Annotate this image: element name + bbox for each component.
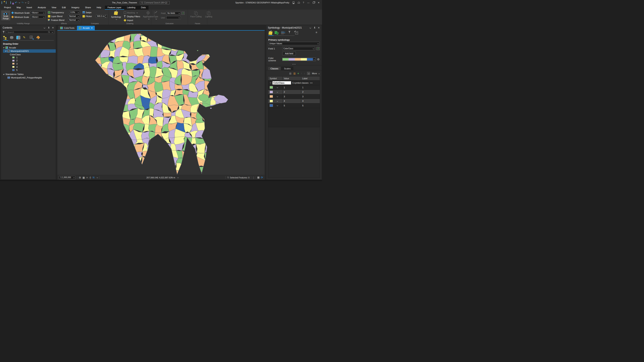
panel-menu-chevron-icon[interactable] xyxy=(43,26,46,29)
filter-icon[interactable] xyxy=(2,31,5,33)
show-all-icon[interactable]: ▤ xyxy=(289,72,292,75)
panel-splitter[interactable] xyxy=(56,25,57,180)
add-field-button[interactable]: Add field xyxy=(282,52,296,55)
panel-menu-chevron-icon[interactable] xyxy=(309,26,312,29)
group-options-icon[interactable]: ••• xyxy=(310,82,313,84)
close-icon[interactable]: ✕ xyxy=(318,26,320,29)
ribbon-tab-help[interactable]: Help xyxy=(94,6,104,10)
expand-collapse-icon[interactable] xyxy=(5,50,6,52)
standalone-table-item[interactable]: MunicipalUnit2_PolygonNeighb xyxy=(6,76,56,79)
symbol-swatch[interactable] xyxy=(270,86,273,89)
new-project-icon[interactable]: ✱ xyxy=(2,1,5,4)
class-value-cell[interactable]: 5 xyxy=(282,103,301,108)
vary-symbology-tab-icon[interactable] xyxy=(275,31,279,34)
add-value-icon[interactable]: + xyxy=(298,72,299,75)
face-culling-button[interactable]: Face Culling xyxy=(189,10,203,22)
list-by-drawing-order-tab[interactable] xyxy=(3,36,7,39)
column-label[interactable]: Label xyxy=(301,76,315,80)
list-by-data-source-tab[interactable] xyxy=(10,36,14,39)
transparency-combo[interactable]: 0.0% xyxy=(70,11,80,14)
legend-item[interactable]: 1 xyxy=(12,56,56,59)
ribbon-tab-feature-layer[interactable]: Feature Layer xyxy=(105,6,124,10)
legend-item[interactable]: 2 xyxy=(12,59,56,62)
expression-builder-button[interactable]: X xyxy=(316,47,320,50)
command-search-input[interactable]: Command Search (Alt+Q) xyxy=(140,1,170,4)
legend-item[interactable]: 5 xyxy=(12,68,56,72)
extrusion-type-button[interactable]: Type xyxy=(152,10,160,22)
scale-range-button[interactable]: ↔ Scale Range xyxy=(1,10,10,20)
selected-features-status[interactable]: Selected Features: 0 xyxy=(227,176,250,179)
ribbon-tab-analysis[interactable]: Analysis xyxy=(35,6,49,10)
lighting-button[interactable]: Lighting xyxy=(204,10,214,22)
symbol-dropdown-chevron-icon[interactable] xyxy=(277,87,278,88)
ribbon-tab-map[interactable]: Map xyxy=(14,6,24,10)
import-label[interactable]: Import xyxy=(127,19,133,21)
collapse-group-icon[interactable] xyxy=(270,82,271,83)
map-scale-combo[interactable] xyxy=(59,176,76,179)
compass-north-icon[interactable]: N xyxy=(93,176,94,179)
symbol-dropdown-chevron-icon[interactable] xyxy=(277,91,278,92)
list-by-selection-tab[interactable] xyxy=(30,36,34,39)
panel-section-splitter[interactable] xyxy=(266,63,322,65)
undo-dropdown-chevron-icon[interactable] xyxy=(19,2,20,3)
symbol-class-row[interactable]: 55 xyxy=(268,103,320,108)
measure-icon[interactable]: ⌗ xyxy=(86,176,88,179)
scene-drawing-tab-icon[interactable] xyxy=(294,31,298,34)
symbology-method-combo[interactable]: Unique Values xyxy=(268,42,320,45)
column-symbol[interactable]: Symbol xyxy=(268,76,282,80)
field1-combo[interactable]: ColorClass xyxy=(282,47,315,50)
flicker-spinner[interactable] xyxy=(105,15,106,18)
map-tree-item[interactable]: Arcade xyxy=(1,46,56,49)
list-by-labeling-tab[interactable] xyxy=(36,36,40,39)
minimize-button[interactable]: — xyxy=(307,1,310,4)
open-project-icon[interactable] xyxy=(6,1,9,4)
symbology-button[interactable]: Symbology xyxy=(110,10,122,22)
symbol-dropdown-chevron-icon[interactable] xyxy=(277,100,278,102)
flicker-duration-input[interactable]: 500.0 ms xyxy=(96,15,107,18)
tab-classes[interactable]: Classes xyxy=(268,66,281,70)
swipe-label[interactable]: Swipe xyxy=(86,11,92,14)
signed-in-user[interactable]: Spyridon - STARIDAS GEOGRAPHY #MakingMap… xyxy=(235,1,290,4)
gear-icon[interactable]: ⚙ xyxy=(317,58,320,61)
symbol-class-row[interactable]: 33 xyxy=(268,94,320,99)
symbol-layer-drawing-tab-icon[interactable] xyxy=(281,31,285,34)
view-tab-colortools[interactable]: ColorTools xyxy=(58,26,76,30)
class-value-cell[interactable]: 2 xyxy=(282,90,301,94)
search-field[interactable] xyxy=(7,31,47,33)
layer-visibility-checkbox[interactable]: ✓ xyxy=(8,50,10,52)
minimum-scale-combo[interactable]: <None> xyxy=(30,15,45,18)
redo-icon[interactable]: ↷ xyxy=(21,1,24,4)
symbol-class-row[interactable]: 44 xyxy=(268,99,320,104)
symbol-class-row[interactable]: 11 xyxy=(268,85,320,90)
move-up-icon[interactable]: ↑ xyxy=(301,72,302,75)
symbol-swatch[interactable] xyxy=(270,100,273,102)
snapping-icon[interactable]: ┼ xyxy=(89,176,91,179)
device-sync-icon[interactable] xyxy=(292,1,294,4)
pause-drawing-icon[interactable] xyxy=(258,177,259,179)
legend-item[interactable]: 3 xyxy=(12,62,56,65)
display-filters-label[interactable]: Display Filters xyxy=(127,15,140,18)
symbol-dropdown-chevron-icon[interactable] xyxy=(277,96,278,97)
pin-icon[interactable] xyxy=(48,26,50,29)
expand-collapse-icon[interactable] xyxy=(3,74,4,75)
layer-tree-item-selected[interactable]: ✓ MunicipalUnit2021 xyxy=(3,49,56,53)
symbol-class-row[interactable]: 22 xyxy=(268,90,320,94)
symbol-dropdown-chevron-icon[interactable] xyxy=(277,105,278,106)
ribbon-tab-share[interactable]: Share xyxy=(82,6,94,10)
add-unlisted-values-icon[interactable]: ▥ xyxy=(293,72,296,75)
panel-menu-icon[interactable]: ≡ xyxy=(316,31,320,34)
expression-builder-button[interactable]: X xyxy=(182,12,184,15)
save-project-icon[interactable] xyxy=(10,1,14,4)
attributes-icon[interactable]: ▯ xyxy=(253,176,254,179)
close-view-icon[interactable]: ✕ xyxy=(91,27,93,29)
symbol-swatch[interactable] xyxy=(270,104,273,107)
expand-collapse-icon[interactable] xyxy=(3,47,4,48)
panel-splitter[interactable] xyxy=(265,25,266,180)
feature-blend-combo[interactable]: Normal xyxy=(68,18,80,21)
customize-toolbar-icon[interactable] xyxy=(28,1,30,3)
class-value-cell[interactable]: 4 xyxy=(282,99,301,103)
new-layout-icon[interactable]: ⊞ xyxy=(79,176,81,179)
close-icon[interactable]: ✕ xyxy=(52,26,54,29)
ribbon-tab-project[interactable]: Project xyxy=(1,6,14,10)
map-canvas[interactable] xyxy=(57,30,265,175)
